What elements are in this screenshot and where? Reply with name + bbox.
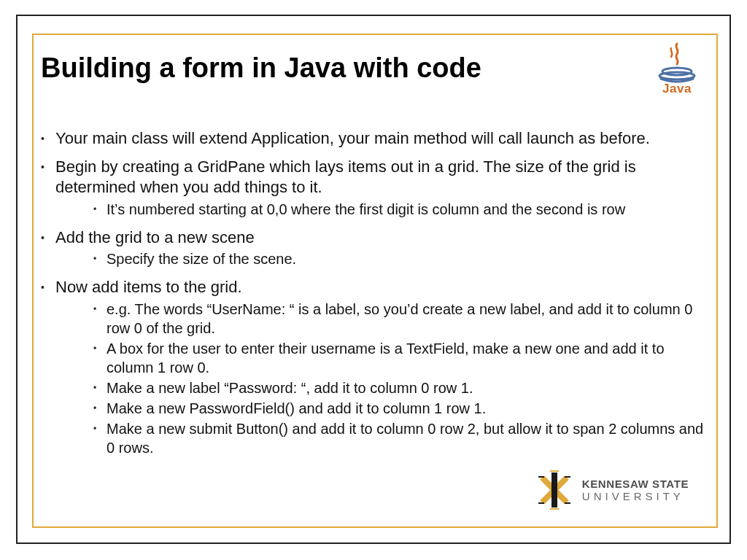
ksu-mark-icon	[534, 470, 575, 510]
bullet-dot-icon: •	[93, 339, 107, 377]
sub-bullet-item: • Specify the size of the scene.	[93, 249, 709, 268]
slide-title: Building a form in Java with code	[41, 52, 481, 85]
svg-rect-4	[551, 472, 557, 508]
sub-bullet-item: • Make a new submit Button() and add it …	[93, 419, 709, 457]
sub-list: • Specify the size of the scene.	[55, 249, 709, 268]
title-row: Building a form in Java with code Java	[41, 45, 709, 109]
slide-canvas: Building a form in Java with code Java •…	[0, 0, 747, 560]
sub-bullet-text: e.g. The words “UserName: “ is a label, …	[107, 300, 709, 338]
java-steam-icon	[655, 42, 699, 83]
bullet-text-span: Begin by creating a GridPane which lays …	[55, 158, 636, 197]
sub-bullet-item: • Make a new label “Password: “, add it …	[93, 378, 709, 397]
sub-bullet-item: • A box for the user to enter their user…	[93, 339, 709, 377]
sub-bullet-text: Make a new submit Button() and add it to…	[107, 419, 709, 457]
sub-list: • e.g. The words “UserName: “ is a label…	[55, 300, 709, 457]
sub-list: • It’s numbered starting at 0,0 where th…	[55, 200, 709, 219]
bullet-dot-icon: •	[41, 228, 55, 271]
bullet-item: • Add the grid to a new scene • Specify …	[41, 228, 709, 271]
bullet-dot-icon: •	[93, 300, 107, 338]
bullet-text-span: Now add items to the grid.	[55, 278, 242, 296]
ksu-name-top: KENNESAW STATE	[582, 478, 689, 489]
java-logo-label: Java	[662, 82, 692, 96]
sub-bullet-text: Specify the size of the scene.	[107, 249, 709, 268]
bullet-dot-icon: •	[41, 277, 55, 459]
slide-content: Building a form in Java with code Java •…	[41, 45, 709, 516]
ksu-logo: KENNESAW STATE UNIVERSITY	[534, 470, 689, 510]
sub-bullet-item: • e.g. The words “UserName: “ is a label…	[93, 300, 709, 338]
slide-body: • Your main class will extend Applicatio…	[41, 128, 709, 459]
bullet-text: Begin by creating a GridPane which lays …	[55, 157, 709, 220]
sub-bullet-item: • It’s numbered starting at 0,0 where th…	[93, 200, 709, 219]
sub-bullet-text: It’s numbered starting at 0,0 where the …	[107, 200, 709, 219]
java-logo: Java	[651, 42, 703, 106]
bullet-dot-icon: •	[93, 378, 107, 397]
bullet-text: Now add items to the grid. • e.g. The wo…	[55, 277, 709, 459]
sub-bullet-text: A box for the user to enter their userna…	[107, 339, 709, 377]
bullet-dot-icon: •	[93, 249, 107, 268]
ksu-text: KENNESAW STATE UNIVERSITY	[582, 478, 689, 502]
bullet-dot-icon: •	[41, 157, 55, 220]
bullet-item: • Your main class will extend Applicatio…	[41, 128, 709, 149]
sub-bullet-item: • Make a new PasswordField() and add it …	[93, 399, 709, 418]
bullet-item: • Begin by creating a GridPane which lay…	[41, 157, 709, 220]
bullet-dot-icon: •	[93, 399, 107, 418]
bullet-text: Add the grid to a new scene • Specify th…	[55, 228, 709, 271]
bullet-text: Your main class will extend Application,…	[55, 128, 709, 149]
bullet-text-span: Add the grid to a new scene	[55, 228, 255, 246]
ksu-name-bottom: UNIVERSITY	[582, 491, 689, 502]
bullet-dot-icon: •	[93, 200, 107, 219]
sub-bullet-text: Make a new PasswordField() and add it to…	[107, 399, 709, 418]
bullet-item: • Now add items to the grid. • e.g. The …	[41, 277, 709, 459]
sub-bullet-text: Make a new label “Password: “, add it to…	[107, 378, 709, 397]
bullet-dot-icon: •	[93, 419, 107, 457]
bullet-dot-icon: •	[41, 128, 55, 149]
